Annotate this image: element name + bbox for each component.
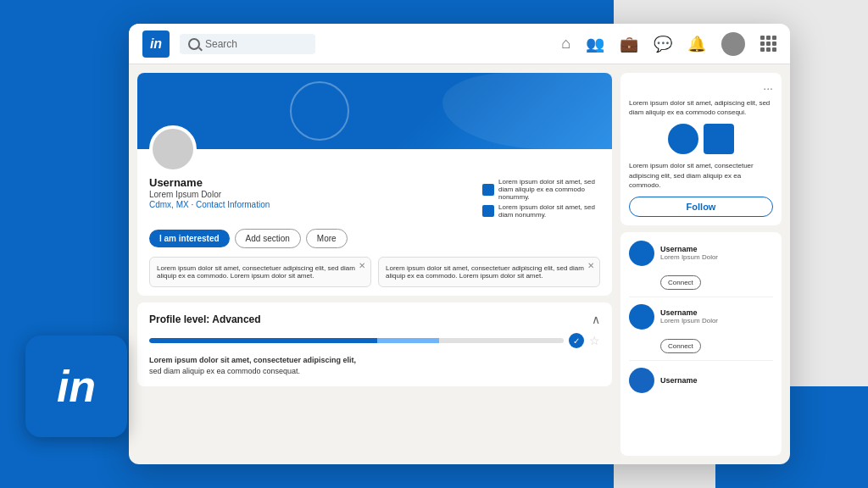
collapse-icon[interactable]: ∧ — [592, 313, 600, 326]
person-title-2: Lorem Ipsum Dolor — [660, 317, 773, 324]
stat-row-2: Lorem ipsum dolor sit amet, sed diam non… — [482, 203, 600, 219]
person-avatar-2 — [629, 304, 654, 330]
browser-window: in Search ⌂ 👥 💼 💬 🔔 — [129, 24, 790, 464]
stat-icon-1 — [482, 184, 494, 196]
people-icon[interactable]: 👥 — [586, 35, 604, 53]
profile-location: Cdmx, MX · Contact Information — [149, 200, 474, 209]
follow-card: ··· Lorem ipsum dolor sit amet, adipisci… — [620, 73, 782, 225]
notif-card-2: ✕ Lorem ipsum dolor sit amet, consectetu… — [378, 257, 600, 287]
search-bar[interactable]: Search — [180, 34, 315, 54]
person-name-1: Username — [660, 245, 773, 253]
person-info-1: Username Lorem Ipsum Dolor — [660, 245, 773, 261]
notif-text-2: Lorem ipsum dolor sit amet, consectetuer… — [386, 264, 584, 280]
level-description: Lorem ipsum dolor sit amet, consectetuer… — [149, 355, 600, 376]
progress-fill-dark — [149, 338, 377, 343]
person-avatar-3 — [629, 368, 654, 393]
notif-card-1: ✕ Lorem ipsum dolor sit amet, consectetu… — [149, 257, 371, 287]
right-panel: ··· Lorem ipsum dolor sit amet, adipisci… — [620, 73, 782, 456]
level-header: Profile level: Advanced ∧ — [149, 313, 600, 326]
person-info-3: Username — [660, 376, 773, 385]
linkedin-logo-large: in — [25, 336, 127, 437]
follow-card-desc: Lorem ipsum dolor sit amet, consectetuer… — [629, 161, 773, 190]
person-row-2: Username Lorem Ipsum Dolor — [629, 304, 773, 330]
person-row-3: Username — [629, 368, 773, 393]
linkedin-logo-nav: in — [142, 30, 170, 58]
person-divider-2 — [629, 360, 773, 361]
follow-card-images — [629, 124, 773, 154]
main-panel: Username Lorem Ipsum Dolor Cdmx, MX · Co… — [137, 73, 612, 456]
follow-card-text: Lorem ipsum dolor sit amet, adipiscing e… — [629, 98, 773, 117]
level-card: Profile level: Advanced ∧ ✓ ☆ Lorem ipsu… — [137, 302, 612, 386]
content-area: Username Lorem Ipsum Dolor Cdmx, MX · Co… — [129, 64, 790, 464]
search-icon — [188, 38, 200, 50]
search-input-placeholder: Search — [205, 38, 237, 50]
follow-button[interactable]: Follow — [629, 197, 773, 217]
stat-row-1: Lorem ipsum dolor sit amet, sed diam ali… — [482, 178, 600, 201]
notif-close-2[interactable]: ✕ — [587, 261, 594, 270]
interested-button[interactable]: I am interested — [149, 230, 230, 247]
add-section-button[interactable]: Add section — [235, 229, 301, 248]
profile-card: Username Lorem Ipsum Dolor Cdmx, MX · Co… — [137, 73, 612, 296]
person-name-3: Username — [660, 376, 773, 385]
level-title: Profile level: Advanced — [149, 313, 261, 325]
person-row-1: Username Lorem Ipsum Dolor — [629, 241, 773, 266]
notifications-row: ✕ Lorem ipsum dolor sit amet, consectetu… — [137, 257, 612, 296]
chat-icon[interactable]: 💬 — [654, 35, 672, 53]
person-name-2: Username — [660, 308, 773, 317]
more-button[interactable]: More — [306, 229, 348, 248]
follow-card-circle — [668, 124, 698, 154]
nav-icons: ⌂ 👥 💼 💬 🔔 — [561, 32, 776, 56]
profile-avatar — [149, 125, 197, 173]
profile-text: Username Lorem Ipsum Dolor Cdmx, MX · Co… — [149, 176, 474, 209]
people-card: Username Lorem Ipsum Dolor Connect Usern… — [620, 232, 782, 456]
notif-close-1[interactable]: ✕ — [359, 261, 365, 270]
connect-button-2[interactable]: Connect — [660, 339, 701, 353]
notif-text-1: Lorem ipsum dolor sit amet, consectetuer… — [157, 264, 355, 280]
profile-name: Username — [149, 176, 474, 189]
progress-bar-wrap: ✓ ☆ — [149, 333, 600, 348]
profile-avatar-wrap — [149, 125, 612, 173]
home-icon[interactable]: ⌂ — [561, 35, 570, 53]
more-options-icon[interactable]: ··· — [629, 81, 773, 95]
briefcase-icon[interactable]: 💼 — [620, 35, 638, 53]
grid-icon[interactable] — [760, 36, 776, 52]
profile-title: Lorem Ipsum Dolor — [149, 190, 474, 199]
level-desc-text: sed diam aliquip ex ea commodo consequat… — [149, 367, 300, 375]
contact-info-link[interactable]: Contact Information — [196, 200, 270, 209]
stat-icon-2 — [482, 205, 494, 217]
person-avatar-1 — [629, 241, 654, 266]
profile-info-row: Username Lorem Ipsum Dolor Cdmx, MX · Co… — [137, 173, 612, 225]
person-title-1: Lorem Ipsum Dolor — [660, 253, 773, 261]
progress-check-icon: ✓ — [569, 333, 584, 348]
progress-fill-light — [377, 338, 439, 343]
follow-card-square — [704, 124, 734, 154]
profile-avatar-inner — [153, 129, 193, 169]
person-info-2: Username Lorem Ipsum Dolor — [660, 308, 773, 324]
stat-text-1: Lorem ipsum dolor sit amet, sed diam ali… — [498, 178, 600, 201]
level-desc-bold: Lorem ipsum dolor sit amet, consectetuer… — [149, 356, 356, 364]
nav-avatar[interactable] — [721, 32, 745, 56]
progress-bar — [149, 338, 564, 343]
stat-text-2: Lorem ipsum dolor sit amet, sed diam non… — [498, 203, 600, 219]
profile-stats: Lorem ipsum dolor sit amet, sed diam ali… — [482, 178, 600, 219]
profile-actions: I am interested Add section More — [137, 225, 612, 257]
person-divider-1 — [629, 297, 773, 297]
connect-button-1[interactable]: Connect — [660, 275, 701, 290]
nav-bar: in Search ⌂ 👥 💼 💬 🔔 — [129, 24, 790, 64]
bell-icon[interactable]: 🔔 — [687, 35, 706, 53]
star-icon[interactable]: ☆ — [589, 334, 600, 347]
